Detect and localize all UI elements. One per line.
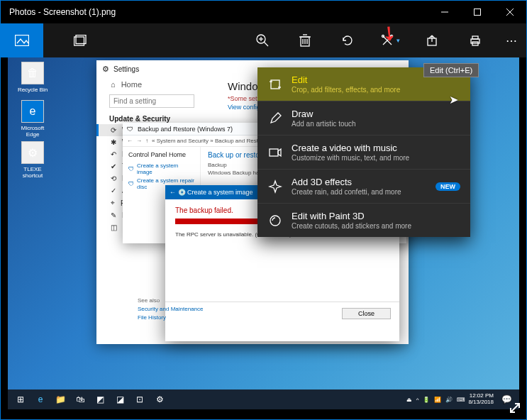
- taskbar-store[interactable]: 🛍: [70, 391, 90, 408]
- edit-dropdown: EditCrop, add filters, effects, and more…: [257, 67, 470, 237]
- chevron-down-icon: ▾: [396, 37, 400, 44]
- find-setting-input[interactable]: [109, 94, 194, 108]
- titlebar: Photos - Screenshot (1).png: [1, 1, 526, 23]
- svg-line-8: [264, 42, 268, 46]
- dropdown-item-draw[interactable]: DrawAdd an artistic touch: [257, 101, 470, 136]
- toolbar: ▾ ⋯ ➘: [1, 23, 526, 57]
- maximize-button[interactable]: [461, 1, 494, 23]
- window-title: Photos - Screenshot (1).png: [9, 7, 428, 17]
- close-dialog-button[interactable]: Close: [342, 308, 391, 319]
- close-button[interactable]: [494, 1, 526, 23]
- taskbar-app[interactable]: ◪: [110, 391, 130, 408]
- pen-icon: [267, 111, 283, 126]
- cursor-icon: ➤: [449, 93, 458, 106]
- minimize-button[interactable]: [428, 1, 461, 23]
- taskbar-edge[interactable]: e: [30, 391, 50, 408]
- sparkle-icon: [267, 179, 283, 194]
- print-button[interactable]: [454, 23, 497, 57]
- taskbar-explorer[interactable]: 📁: [50, 391, 70, 408]
- fullscreen-button[interactable]: [508, 401, 522, 418]
- gear-icon: ⚙: [102, 65, 109, 74]
- system-tray[interactable]: ⏏^🔋📶🔊⌨: [406, 397, 466, 403]
- desktop-icon: eMicrosoft Edge: [15, 100, 50, 138]
- shield-icon: 🛡: [127, 126, 133, 133]
- taskbar-settings[interactable]: ⚙: [150, 391, 170, 408]
- zoom-button[interactable]: [241, 23, 284, 57]
- taskbar-clock[interactable]: 12:02 PM8/13/2018: [468, 393, 494, 406]
- svg-rect-23: [472, 36, 478, 39]
- desktop-icon: 🗑Recycle Bin: [15, 62, 50, 93]
- svg-rect-28: [270, 149, 278, 156]
- taskbar: ⊞ e 📁 🛍 ◩ ◪ ⊡ ⚙ ⏏^🔋📶🔊⌨ 12:02 PM8/13/2018…: [8, 389, 519, 409]
- see-also: See also Security and Maintenance File H…: [138, 297, 204, 321]
- viewer-content: 🗑Recycle Bin eMicrosoft Edge ⚙TLEXE shor…: [1, 57, 526, 419]
- taskbar-app[interactable]: ◩: [90, 391, 110, 408]
- video-icon: [267, 145, 283, 160]
- new-badge: NEW: [436, 182, 460, 191]
- desktop-icon: ⚙TLEXE shortcut: [15, 141, 50, 179]
- start-button[interactable]: ⊞: [11, 391, 30, 408]
- rotate-button[interactable]: [326, 23, 369, 57]
- delete-button[interactable]: [284, 23, 326, 57]
- home-icon: ⌂: [111, 80, 116, 89]
- dropdown-item-video[interactable]: Create a video with musicCustomize with …: [257, 136, 470, 170]
- dropdown-item-3d-effects[interactable]: Add 3D effectsCreate rain, add confetti,…: [257, 170, 470, 204]
- svg-rect-1: [475, 9, 481, 16]
- dropdown-item-paint3d[interactable]: Edit with Paint 3DCreate cutouts, add st…: [257, 204, 470, 237]
- crop-icon: [267, 77, 283, 92]
- tooltip: Edit (Ctrl+E): [423, 63, 479, 77]
- taskbar-app[interactable]: ⊡: [130, 391, 150, 408]
- collection-button[interactable]: [59, 23, 101, 57]
- svg-line-31: [511, 404, 519, 412]
- paint3d-icon: [267, 213, 283, 228]
- more-button[interactable]: ⋯: [497, 23, 526, 57]
- share-button[interactable]: [411, 23, 454, 57]
- gallery-tab[interactable]: [1, 23, 43, 57]
- svg-point-30: [270, 216, 280, 226]
